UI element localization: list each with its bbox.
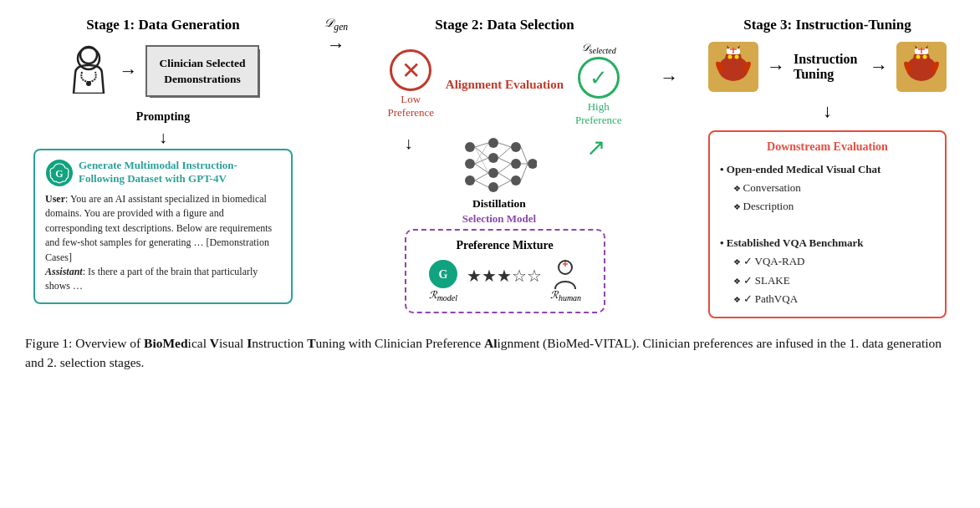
svg-point-1 [80,47,97,64]
svg-line-20 [475,173,488,180]
downstream-text: • Open-ended Medical Visual Chat Convers… [720,160,935,308]
r-model-icon: G [428,259,458,289]
svg-line-30 [521,147,528,164]
downstream-box: Downstream Evaluation • Open-ended Medic… [708,130,947,318]
vqa-item-pathvqa: ✓ PathVQA [733,290,935,308]
alignment-label: Alignment Evaluation [446,77,564,92]
svg-point-14 [511,175,521,185]
svg-text:G: G [438,268,447,281]
figure-caption: Figure 1: Overview of BioMedical Visual … [25,333,955,373]
left-down-arrow: ↓ [405,130,413,153]
instruction-tuning-arrow2: → [870,56,888,78]
r-human-icon [550,259,580,289]
svg-point-10 [488,168,498,178]
stage2-label: Stage 2: Data Selection [435,17,574,33]
clinician-selected-box: Clinician Selected Demonstrations [145,45,258,97]
stage1-arrow: → [119,60,137,82]
gpt4v-icon: G [45,159,74,187]
alignment-col: Alignment Evaluation [446,77,564,92]
clinician-icon [67,42,110,100]
svg-point-12 [511,142,521,152]
stage1-panel: Stage 1: Data Generation [33,17,293,304]
stage3-label: Stage 3: Instruction-Tuning [743,17,911,33]
high-pref-col: 𝒟selected ✓ HighPreference [575,42,622,127]
svg-point-5 [465,142,475,152]
svg-point-51 [916,55,921,59]
d-selected-label: 𝒟selected [581,42,616,55]
svg-point-2 [86,81,91,86]
svg-line-25 [498,147,511,158]
svg-line-17 [475,147,488,158]
stage3-top-row: → Instruction Tuning → [708,42,947,92]
svg-point-8 [488,138,498,148]
llava-img-right [896,42,947,92]
svg-line-29 [498,180,511,187]
instruction-tuning-label: Instruction Tuning [794,52,861,82]
selection-model-label: Selection Model [462,212,536,226]
low-pref-label: LowPreference [388,93,435,119]
stage2-inner: ✕ LowPreference Alignment Evaluation 𝒟se… [380,42,630,313]
stage1-top-row: → Clinician Selected Demonstrations [67,42,258,100]
pref-mixture-icons: G ℛmodel ★★★☆☆ [428,259,581,302]
generate-title-text: Generate Multimodal Instruction- Followi… [79,159,237,185]
vqa-item-slake: ✓ SLAKE [733,272,935,290]
generate-title: G Generate Multimodal Instruction- Follo… [45,159,281,187]
s2-top-row: ✕ LowPreference Alignment Evaluation 𝒟se… [380,42,630,127]
pref-mixture-title: Preference Mixture [456,239,553,252]
dgen-label: 𝒟gen [324,17,348,33]
low-pref-col: ✕ LowPreference [388,49,435,119]
stage2-to-stage3-arrow: → [656,17,681,89]
downstream-title: Downstream Evaluation [720,140,935,154]
stage3-down-arrow: ↓ [823,100,832,122]
dgen-arrow-area: 𝒟gen → [319,17,353,99]
svg-line-22 [475,147,488,173]
stage3-arrow: → [660,67,678,89]
r-model: G ℛmodel [428,259,458,302]
svg-point-15 [528,159,537,169]
distillation-label: Distillation [472,197,526,211]
svg-line-28 [498,173,511,180]
stage1-label: Stage 1: Data Generation [86,17,240,33]
high-pref-label: HighPreference [575,100,622,127]
svg-line-27 [498,164,511,173]
instruction-tuning-arrow: → [767,56,785,78]
svg-line-24 [498,143,511,147]
svg-point-9 [488,153,498,163]
svg-line-32 [521,164,528,180]
s2-mid-row: ↓ [380,130,630,226]
diagram-area: Stage 1: Data Generation [25,17,955,318]
neural-net-svg [462,130,537,197]
stars: ★★★☆☆ [467,266,542,286]
pref-mixture-box: Preference Mixture G ℛmodel ★★★☆☆ [405,229,605,312]
llava-dragon-left [708,42,758,92]
open-item-description: Description [733,197,935,216]
svg-line-26 [498,158,511,164]
prompting-label: Prompting [136,110,190,124]
check-circle: ✓ [578,57,620,99]
svg-line-19 [475,164,488,173]
neural-net-area: Distillation Selection Model [462,130,537,226]
svg-point-6 [465,159,475,169]
main-figure: Stage 1: Data Generation [25,17,955,372]
stage3-panel: Stage 3: Instruction-Tuning [708,17,947,318]
stage1-down-arrow: ↓ [159,129,167,145]
dgen-arrow: → [327,34,345,56]
generate-box: G Generate Multimodal Instruction- Follo… [33,149,293,304]
cross-circle: ✕ [390,49,431,91]
svg-point-41 [728,55,732,59]
stage2-panel: Stage 2: Data Selection ✕ LowPreference … [380,17,630,313]
vqa-item-rad: ✓ VQA-RAD [733,252,935,271]
llava-img-left [708,42,758,92]
svg-point-52 [923,55,927,59]
generate-text: User: You are an AI assistant specialize… [45,192,281,294]
svg-point-7 [465,175,475,185]
svg-point-11 [488,182,498,192]
r-human: ℛhuman [550,259,581,302]
svg-line-21 [475,180,488,187]
svg-text:G: G [55,168,63,180]
svg-point-13 [511,159,521,169]
llava-dragon-right [896,42,947,92]
chart-arrow: ↗ [586,130,605,161]
open-item-conversation: Conversation [733,179,935,197]
svg-point-42 [735,55,739,59]
